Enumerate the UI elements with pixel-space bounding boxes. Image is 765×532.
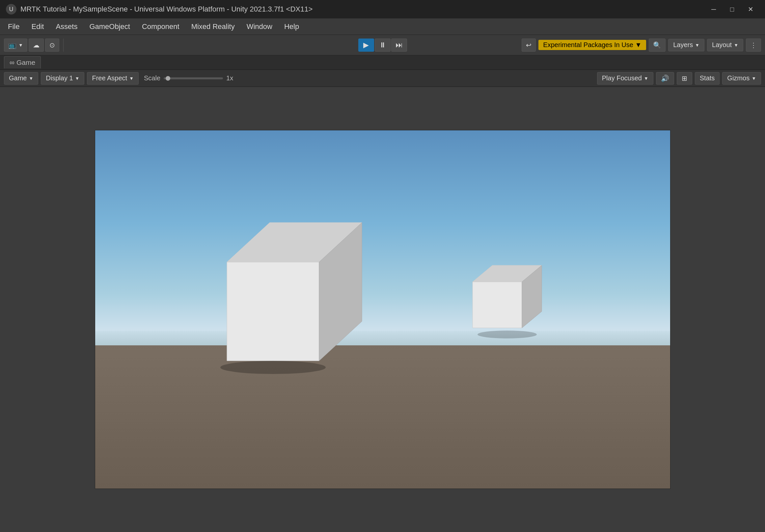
svg-point-5: [220, 361, 326, 374]
aspect-chevron: ▼: [129, 76, 134, 81]
gizmos-chevron: ▼: [751, 76, 756, 81]
layout-btn[interactable]: Layout ▼: [707, 39, 743, 51]
gameview-right-controls: Play Focused ▼ 🔊 ⊞ Stats Gizmos ▼: [597, 72, 761, 85]
layers-btn[interactable]: Layers ▼: [668, 39, 704, 51]
display-btn[interactable]: Display 1 ▼: [41, 72, 84, 85]
play-controls: ▶ ⏸ ⏭: [358, 39, 407, 52]
scale-control: Scale 1x: [144, 74, 233, 82]
cloud-icon: ☁: [33, 41, 40, 49]
undo-icon: ↩: [526, 41, 531, 49]
display-label: Display 1: [46, 74, 73, 82]
maximize-button[interactable]: □: [723, 0, 741, 18]
game-viewport[interactable]: [95, 130, 670, 489]
account-icon: ⊙: [49, 41, 55, 49]
cube-large: [220, 223, 385, 382]
aspect-label: Free Aspect: [92, 74, 127, 82]
aspect-ratio-icon-btn[interactable]: ⊞: [677, 72, 692, 85]
scale-knob: [166, 76, 170, 81]
menu-component[interactable]: Component: [137, 20, 185, 33]
account-btn[interactable]: ⊙: [45, 39, 59, 52]
layout-chevron: ▼: [734, 42, 738, 48]
play-focused-chevron: ▼: [644, 76, 648, 81]
minimize-button[interactable]: ─: [704, 0, 723, 18]
play-focused-btn[interactable]: Play Focused ▼: [597, 72, 653, 85]
close-button[interactable]: ✕: [741, 0, 760, 18]
svg-text:U: U: [9, 6, 14, 13]
scale-label: Scale: [144, 74, 160, 82]
main-content: [0, 87, 765, 532]
unity-icon: U: [5, 3, 17, 15]
window-controls: ─ □ ✕: [704, 0, 760, 18]
stats-btn[interactable]: Stats: [695, 72, 720, 85]
gizmos-label: Gizmos: [727, 74, 750, 82]
tab-row: ∞ Game: [0, 55, 765, 70]
transform-tool-btn[interactable]: 📺 ▼: [4, 39, 27, 52]
svg-marker-6: [472, 282, 522, 328]
menubar: File Edit Assets GameObject Component Mi…: [0, 18, 765, 35]
scale-value: 1x: [226, 74, 233, 82]
game-label: Game: [9, 74, 27, 82]
menu-file[interactable]: File: [3, 20, 25, 33]
step-button[interactable]: ⏭: [391, 39, 407, 52]
menu-help[interactable]: Help: [279, 20, 304, 33]
game-tab-label: Game: [16, 59, 35, 67]
pause-button[interactable]: ⏸: [375, 39, 390, 52]
experimental-packages-label: Experimental Packages In Use ▼: [543, 41, 641, 49]
menu-gameobject[interactable]: GameObject: [84, 20, 135, 33]
game-tab-icon: ∞: [10, 59, 14, 67]
svg-marker-2: [227, 262, 319, 361]
cube-large-svg: [220, 223, 385, 380]
game-label-btn[interactable]: Game ▼: [4, 72, 38, 85]
tv-icon: 📺: [8, 41, 16, 49]
window-title: MRTK Tutorial - MySampleScene - Universa…: [20, 5, 704, 14]
search-icon: 🔍: [653, 41, 661, 49]
undo-history-btn[interactable]: ↩: [522, 39, 536, 52]
toolbar-right: ↩ Experimental Packages In Use ▼ 🔍 Layer…: [522, 39, 761, 52]
menu-edit[interactable]: Edit: [26, 20, 49, 33]
gizmos-btn[interactable]: Gizmos ▼: [722, 72, 761, 85]
stats-label: Stats: [700, 74, 715, 82]
titlebar: U MRTK Tutorial - MySampleScene - Univer…: [0, 0, 765, 18]
dots-icon: ⋮: [750, 41, 757, 49]
svg-point-9: [477, 330, 537, 338]
cube-small-svg: [469, 262, 555, 341]
transform-chevron: ▼: [18, 42, 23, 48]
audio-btn[interactable]: 🔊: [656, 72, 674, 85]
menu-mixed-reality[interactable]: Mixed Reality: [186, 20, 240, 33]
aspect-ratio-icon: ⊞: [682, 74, 687, 82]
scale-slider[interactable]: [164, 77, 223, 79]
toolbar: 📺 ▼ ☁ ⊙ ▶ ⏸ ⏭ ↩ Experimental Packages In…: [0, 35, 765, 55]
play-button[interactable]: ▶: [358, 39, 374, 52]
more-options-btn[interactable]: ⋮: [746, 39, 761, 52]
menu-window[interactable]: Window: [241, 20, 278, 33]
audio-icon: 🔊: [661, 74, 669, 82]
menu-assets[interactable]: Assets: [50, 20, 83, 33]
layers-label: Layers: [673, 41, 693, 49]
cube-small: [469, 262, 555, 343]
game-chevron: ▼: [29, 76, 33, 81]
play-focused-label: Play Focused: [602, 74, 642, 82]
aspect-btn[interactable]: Free Aspect ▼: [87, 72, 139, 85]
layers-chevron: ▼: [695, 42, 699, 48]
gameview-toolbar: Game ▼ Display 1 ▼ Free Aspect ▼ Scale 1…: [0, 70, 765, 87]
cloud-btn[interactable]: ☁: [29, 39, 44, 52]
layout-label: Layout: [712, 41, 732, 49]
experimental-packages-btn[interactable]: Experimental Packages In Use ▼: [538, 40, 646, 50]
search-btn[interactable]: 🔍: [649, 39, 666, 52]
display-chevron: ▼: [75, 76, 80, 81]
game-tab[interactable]: ∞ Game: [4, 56, 41, 69]
transform-tools-group: 📺 ▼ ☁ ⊙: [4, 39, 64, 52]
